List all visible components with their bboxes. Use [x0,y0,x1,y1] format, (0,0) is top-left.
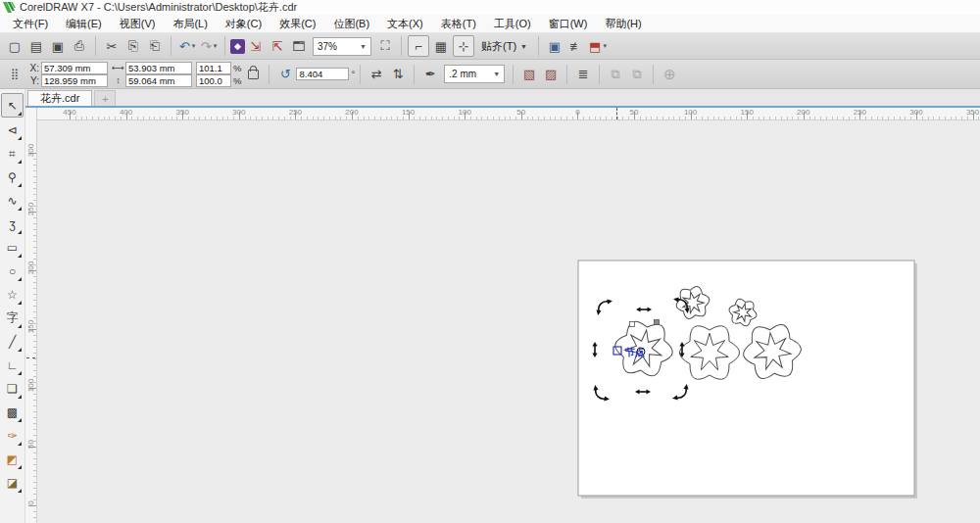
h-ruler-label: 150 [402,108,415,117]
zoom-tool[interactable]: ⚲ [2,166,23,188]
h-ruler-label: 350 [966,108,979,117]
options-icon[interactable]: ▣ [545,36,564,56]
object-properties-icon[interactable]: ▨ [541,65,561,84]
curve-node[interactable] [630,322,635,327]
menu-item-11[interactable]: 窗口(W) [540,15,597,33]
horizontal-ruler[interactable]: 4504003503002502001501005005010015020025… [37,108,980,120]
menu-item-5[interactable]: 对象(C) [217,15,270,33]
search-content-icon[interactable]: ◆ [230,39,245,54]
property-bar: ⣿ X: Y: ⟷ ↕ % % ↺ ° ⇄ ⇅ ✒ .2 mm▼ ▧ ▨ ≣ ⧉… [0,60,980,89]
toolbar-separator [171,36,172,56]
rotation-angle-field[interactable] [296,68,349,80]
undo-icon[interactable]: ↶▾ [177,36,197,56]
artistic-media-tool[interactable]: ʒ [2,213,23,235]
copy-effect-icon[interactable]: ⧉ [627,65,647,84]
lock-ratio-icon[interactable] [248,70,259,79]
drawing-canvas[interactable]: 节点 [37,120,980,523]
curve-node[interactable] [655,320,660,325]
v-ruler-label: 0 [26,497,35,510]
rectangle-tool[interactable]: ▭ [2,236,23,259]
show-rulers-icon[interactable]: ⌐ [408,35,429,57]
h-ruler-label: 350 [176,108,189,117]
print-icon[interactable]: ⎙ [70,36,89,56]
menu-item-4[interactable]: 布局(L) [164,15,216,33]
polygon-tool[interactable]: ☆ [2,283,23,306]
import-icon[interactable]: ⇲ [246,36,266,56]
menu-item-9[interactable]: 表格(T) [432,15,485,33]
smart-fill-tool[interactable]: ◪ [2,471,23,494]
ruler-origin-corner[interactable] [25,108,37,121]
launcher-icon[interactable]: ⬒▾ [588,36,608,56]
page[interactable] [578,261,914,496]
ellipse-tool[interactable]: ○ [2,260,23,282]
v-ruler-label: 100 [26,379,35,393]
show-grid-icon[interactable]: ▦ [431,36,451,56]
h-ruler-label: 0 [575,108,579,117]
zoom-level-value: 37% [318,41,337,52]
copy-properties-icon[interactable]: ⧉ [606,65,625,84]
menu-item-8[interactable]: 文本(X) [378,15,432,33]
customize-icon[interactable]: ≢ [566,36,586,56]
object-width-field[interactable] [125,62,192,74]
menu-item-1[interactable]: 文件(F) [4,15,57,33]
document-tab[interactable]: 花卉.cdr [27,90,92,106]
crop-tool[interactable]: ⌗ [2,142,23,165]
save-icon[interactable]: ▣ [48,36,68,56]
h-ruler-cursor-mark [616,108,617,119]
wrap-text-icon[interactable]: ≣ [573,65,593,84]
mirror-horizontal-icon[interactable]: ⇄ [367,65,386,84]
export-icon[interactable]: ⇱ [268,36,287,56]
outline-pen-icon: ✒ [420,65,440,84]
open-icon[interactable]: ▤ [26,36,46,56]
flyout-arrow-icon [18,230,22,234]
redo-icon[interactable]: ↷▾ [199,36,219,56]
menu-item-2[interactable]: 编辑(E) [57,15,111,33]
object-height-field[interactable] [125,74,192,87]
fullscreen-preview-icon[interactable]: ⛶ [375,36,395,56]
drawing-surface[interactable]: 节点 [37,120,980,523]
cut-icon[interactable]: ✂ [102,36,122,56]
paste-icon[interactable]: ⎗ [145,36,165,56]
vertical-ruler[interactable]: 300250200150100500 [25,120,37,523]
color-eyedropper-tool[interactable]: ✑ [2,424,23,447]
outline-width-select[interactable]: .2 mm▼ [444,65,505,83]
mirror-vertical-icon[interactable]: ⇅ [388,65,408,84]
add-workspace-icon[interactable]: ⊕ [660,65,679,84]
interactive-fill-tool[interactable]: ◩ [2,448,23,470]
convert-outline-icon[interactable]: ▧ [519,65,539,84]
new-tab-button[interactable]: + [94,90,116,106]
h-ruler-label: 400 [120,108,132,117]
snap-to-button[interactable]: 贴齐(T)▼ [475,36,533,56]
new-document-icon[interactable]: ▢ [5,36,24,56]
scale-x-field[interactable] [196,62,231,74]
menu-item-10[interactable]: 工具(O) [485,15,540,33]
freehand-tool[interactable]: ∿ [2,189,23,212]
toolbar-separator [95,36,96,56]
flyout-arrow-icon [18,489,22,493]
publish-pdf-icon[interactable]: 🗔 [289,36,309,56]
flyout-arrow-icon [18,324,22,328]
zoom-level-select[interactable]: 37%▼ [313,37,371,56]
shape-tool[interactable]: ⊲ [2,119,23,141]
snap-settings-icon[interactable]: ⊹ [453,35,474,57]
dimension-tool[interactable]: ╱ [2,330,23,353]
text-tool[interactable]: 字 [2,307,23,329]
transparency-tool[interactable]: ▩ [2,401,23,423]
menu-item-3[interactable]: 视图(V) [111,15,165,33]
connector-tool[interactable]: ∟ [2,354,23,376]
pick-tool[interactable]: ↖ [1,93,24,118]
drop-shadow-tool[interactable]: ❏ [2,377,23,400]
h-ruler-label: 100 [459,108,471,117]
scale-y-field[interactable] [196,74,231,87]
copy-icon[interactable]: ⎘ [123,36,143,56]
menu-item-6[interactable]: 效果(C) [270,15,324,33]
y-position-field[interactable] [41,74,108,87]
title-bar: CorelDRAW X7 - C:\Users\Administrator\De… [0,0,980,15]
object-height-icon: ↕ [112,75,124,85]
menu-item-12[interactable]: 帮助(H) [596,15,650,33]
x-label: X: [27,63,39,73]
menu-item-7[interactable]: 位图(B) [324,15,378,33]
x-position-field[interactable] [41,62,108,74]
outline-width-value: .2 mm [449,69,476,79]
degree-label: ° [351,69,355,79]
